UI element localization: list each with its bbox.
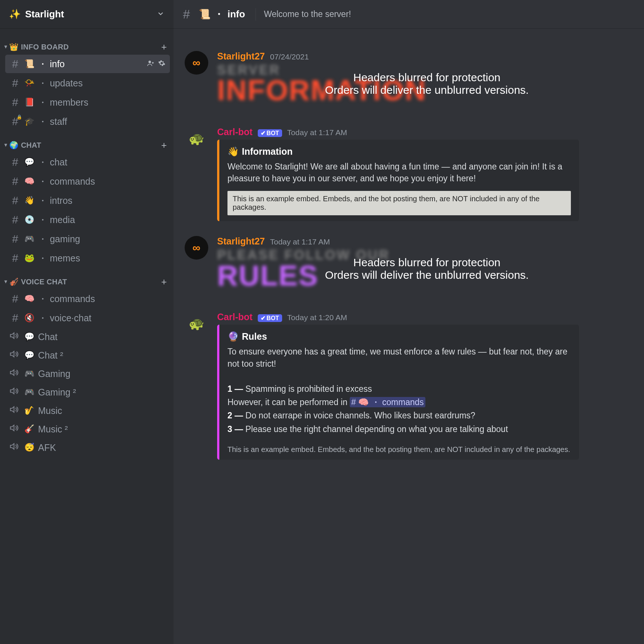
text-channel[interactable]: #💬・ chat [5,153,170,171]
speaker-icon [10,331,21,343]
chevron-down-icon: ▾ [4,142,7,148]
channel-emoji: 💬 [24,157,34,167]
chevron-down-icon: ▾ [4,44,7,49]
channel-emoji: 🎸 [24,424,34,434]
avatar[interactable]: 🐢 [185,127,208,150]
divider [256,8,256,21]
main-panel: # 📜 ・ info Welcome to the server! ∞Starl… [174,0,644,644]
speaker-icon [10,405,21,417]
voice-channel[interactable]: 🎸 Music ² [5,420,170,438]
channel-emoji: 🎷 [24,406,34,415]
voice-channel[interactable]: 😴 AFK [5,439,170,456]
check-icon: ✔ [261,315,266,322]
rule-line: 2 — Do not earrape in voice channels. Wh… [227,410,571,421]
channel-name: ・ voice·chat [38,312,165,324]
check-icon: ✔ [261,130,266,137]
text-channel[interactable]: #🧠・ commands [5,172,170,191]
channel-header: # 📜 ・ info Welcome to the server! [174,0,644,29]
category-header[interactable]: ▾ 👑 INFO BOARD+ [3,33,172,54]
category-icon: 👑 [9,42,18,51]
channel-emoji: 🎮 [24,234,34,244]
channel-name: Music ² [38,424,165,435]
text-channel[interactable]: #📯・ updates [5,74,170,92]
hash-icon: # [10,175,21,188]
message-author[interactable]: Carl-bot [217,127,253,137]
channel-name: ・ commands [38,293,165,305]
channel-emoji: 📜 [24,59,34,69]
hash-icon: # [10,292,21,305]
avatar[interactable]: 🐢 [185,312,208,335]
gear-icon[interactable] [158,59,165,69]
message-author[interactable]: Starlight27 [217,51,265,62]
invite-icon[interactable] [147,59,154,69]
message-list[interactable]: ∞Starlight2707/24/2021 SERVERINFORMATION… [174,29,644,644]
voice-channel[interactable]: 🎮 Gaming ² [5,383,170,401]
voice-channel[interactable]: 💬 Chat [5,328,170,346]
embed-title: Rules [242,331,267,342]
category-header[interactable]: ▾ 🎻 VOICE CHAT+ [3,268,172,289]
category-icon: 🎻 [9,277,18,286]
category-header[interactable]: ▾ 🌍 CHAT+ [3,131,172,152]
hash-icon: # [10,194,21,207]
message-author[interactable]: Starlight27 [217,236,265,247]
embed-description: To ensure everyone has a great time, we … [227,346,571,435]
hash-icon: # [10,77,21,89]
channel-emoji: 📜 [199,8,210,20]
embed-note: This is an example embed. Embeds, and th… [227,442,571,454]
overlay-text: Orders will deliver the unblurred versio… [325,269,529,281]
voice-channel[interactable]: 💬 Chat ² [5,346,170,364]
message-author[interactable]: Carl-bot [217,312,253,322]
overlay-text: Orders will deliver the unblurred versio… [325,84,529,96]
category-name: INFO BOARD [21,43,69,51]
channel-list[interactable]: ▾ 👑 INFO BOARD+#📜・ info#📯・ updates#📕・ me… [0,29,174,644]
embed-description: Welcome to Starlight! We are all about h… [227,161,571,184]
voice-channel[interactable]: 🎷 Music [5,402,170,419]
channel-name: Gaming ² [38,387,165,398]
add-channel-icon[interactable]: + [161,277,167,287]
server-name: Starlight [25,8,64,20]
chevron-down-icon [157,10,165,19]
text-channel[interactable]: #🔇・ voice·chat [5,309,170,327]
channel-emoji: 💿 [24,215,34,225]
channel-name: ・ intros [38,195,165,207]
channel-emoji: 🧠 [24,294,34,304]
message: 🐢Carl-bot✔BOTToday at 1:20 AM 🔮Rules To … [185,312,637,459]
add-channel-icon[interactable]: + [161,140,167,150]
text-channel[interactable]: #🐸・ memes [5,249,170,267]
banner-image: PLEASE FOLLOW OURRULES Headers blurred f… [217,249,637,297]
bot-badge: ✔BOT [258,129,282,137]
channel-name: Chat [38,332,165,342]
channel-topic: Welcome to the server! [264,9,351,19]
text-channel[interactable]: #🧠・ commands [5,290,170,308]
add-channel-icon[interactable]: + [161,42,167,52]
text-channel[interactable]: #📜・ info [5,55,170,73]
embed-title: Information [242,146,293,157]
text-channel[interactable]: #🔒🎓・ staff [5,112,170,131]
banner-image: SERVERINFORMATION Headers blurred for pr… [217,64,637,112]
channel-name: ・ memes [38,252,165,264]
channel-name: ・ chat [38,156,165,168]
avatar[interactable]: ∞ [185,51,208,75]
server-icon: ✨ [9,8,21,20]
channel-emoji: 🧠 [24,177,34,186]
dot-separator: ・ [214,8,224,21]
channel-title: info [227,8,245,20]
channel-name: ・ updates [38,77,165,89]
text-channel[interactable]: #📕・ members [5,93,170,112]
channel-name: ・ members [38,96,165,109]
channel-mention[interactable]: # 🧠 ・ commands [350,397,425,407]
avatar[interactable]: ∞ [185,236,208,260]
text-channel[interactable]: #💿・ media [5,210,170,229]
overlay-text: Headers blurred for protection [325,256,529,269]
text-channel[interactable]: #👋・ intros [5,191,170,210]
embed-emoji: 👋 [227,146,239,157]
bot-badge: ✔BOT [258,314,282,322]
channel-emoji: 💬 [24,332,34,342]
hash-icon: # [181,7,192,21]
voice-channel[interactable]: 🎮 Gaming [5,365,170,383]
server-header[interactable]: ✨ Starlight [0,0,174,29]
channel-name: Music [38,405,165,416]
channel-name: AFK [38,442,165,453]
text-channel[interactable]: #🎮・ gaming [5,230,170,248]
channel-name: ・ staff [38,116,165,128]
